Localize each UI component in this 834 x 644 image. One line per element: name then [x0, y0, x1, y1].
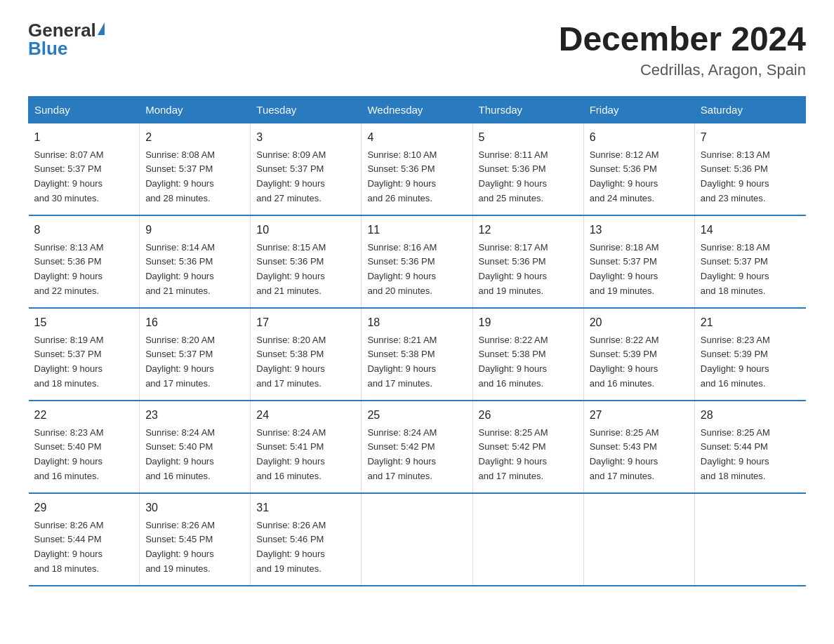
day-info: Sunrise: 8:15 AMSunset: 5:36 PMDaylight:…: [256, 241, 355, 299]
calendar-cell: [583, 493, 694, 586]
calendar-cell: 7Sunrise: 8:13 AMSunset: 5:36 PMDaylight…: [694, 123, 805, 215]
day-number: 13: [590, 222, 689, 239]
calendar-cell: 8Sunrise: 8:13 AMSunset: 5:36 PMDaylight…: [29, 215, 140, 308]
day-info: Sunrise: 8:18 AMSunset: 5:37 PMDaylight:…: [701, 241, 800, 299]
calendar-cell: 23Sunrise: 8:24 AMSunset: 5:40 PMDayligh…: [140, 401, 251, 493]
day-info: Sunrise: 8:23 AMSunset: 5:39 PMDaylight:…: [701, 333, 800, 391]
day-number: 15: [34, 314, 134, 332]
day-number: 26: [479, 407, 578, 424]
calendar-cell: 11Sunrise: 8:16 AMSunset: 5:36 PMDayligh…: [362, 215, 472, 308]
header-sunday: Sunday: [29, 96, 140, 123]
day-number: 10: [256, 222, 355, 239]
page-title: December 2024: [559, 21, 806, 58]
calendar-cell: 25Sunrise: 8:24 AMSunset: 5:42 PMDayligh…: [362, 401, 472, 493]
day-number: 3: [256, 129, 355, 147]
calendar-body: 1Sunrise: 8:07 AMSunset: 5:37 PMDaylight…: [29, 123, 806, 585]
day-info: Sunrise: 8:25 AMSunset: 5:42 PMDaylight:…: [479, 426, 578, 484]
calendar-cell: 26Sunrise: 8:25 AMSunset: 5:42 PMDayligh…: [472, 401, 583, 493]
day-info: Sunrise: 8:22 AMSunset: 5:39 PMDaylight:…: [590, 333, 689, 391]
day-info: Sunrise: 8:24 AMSunset: 5:41 PMDaylight:…: [256, 426, 355, 484]
day-info: Sunrise: 8:13 AMSunset: 5:36 PMDaylight:…: [701, 148, 800, 206]
page-subtitle: Cedrillas, Aragon, Spain: [559, 61, 806, 79]
calendar-cell: 5Sunrise: 8:11 AMSunset: 5:36 PMDaylight…: [472, 123, 583, 215]
day-info: Sunrise: 8:18 AMSunset: 5:37 PMDaylight:…: [590, 241, 689, 299]
day-number: 24: [256, 407, 355, 424]
calendar-header: SundayMondayTuesdayWednesdayThursdayFrid…: [29, 96, 806, 123]
day-number: 8: [34, 222, 134, 239]
calendar-cell: 13Sunrise: 8:18 AMSunset: 5:37 PMDayligh…: [583, 215, 694, 308]
day-info: Sunrise: 8:17 AMSunset: 5:36 PMDaylight:…: [479, 241, 578, 299]
day-number: 22: [34, 407, 134, 424]
day-number: 17: [256, 314, 355, 332]
week-row-4: 22Sunrise: 8:23 AMSunset: 5:40 PMDayligh…: [29, 401, 806, 493]
calendar-cell: [694, 493, 805, 586]
day-number: 30: [145, 499, 244, 517]
day-info: Sunrise: 8:26 AMSunset: 5:45 PMDaylight:…: [145, 518, 244, 577]
day-info: Sunrise: 8:25 AMSunset: 5:44 PMDaylight:…: [701, 426, 800, 484]
day-info: Sunrise: 8:25 AMSunset: 5:43 PMDaylight:…: [590, 426, 689, 484]
day-info: Sunrise: 8:08 AMSunset: 5:37 PMDaylight:…: [145, 148, 244, 206]
calendar-cell: [472, 493, 583, 586]
calendar-cell: 9Sunrise: 8:14 AMSunset: 5:36 PMDaylight…: [140, 215, 251, 308]
day-number: 27: [590, 407, 689, 424]
calendar-cell: 19Sunrise: 8:22 AMSunset: 5:38 PMDayligh…: [472, 308, 583, 401]
day-number: 11: [367, 222, 466, 239]
calendar-cell: 24Sunrise: 8:24 AMSunset: 5:41 PMDayligh…: [251, 401, 362, 493]
day-info: Sunrise: 8:12 AMSunset: 5:36 PMDaylight:…: [590, 148, 689, 206]
calendar-cell: 10Sunrise: 8:15 AMSunset: 5:36 PMDayligh…: [251, 215, 362, 308]
day-info: Sunrise: 8:13 AMSunset: 5:36 PMDaylight:…: [34, 241, 134, 299]
calendar-table: SundayMondayTuesdayWednesdayThursdayFrid…: [28, 96, 806, 586]
header-friday: Friday: [583, 96, 694, 123]
header-wednesday: Wednesday: [362, 96, 472, 123]
calendar-cell: 6Sunrise: 8:12 AMSunset: 5:36 PMDaylight…: [583, 123, 694, 215]
page-header: General Blue December 2024 Cedrillas, Ar…: [28, 21, 806, 79]
calendar-cell: 14Sunrise: 8:18 AMSunset: 5:37 PMDayligh…: [694, 215, 805, 308]
header-saturday: Saturday: [694, 96, 805, 123]
day-info: Sunrise: 8:19 AMSunset: 5:37 PMDaylight:…: [34, 333, 134, 391]
day-info: Sunrise: 8:22 AMSunset: 5:38 PMDaylight:…: [479, 333, 578, 391]
day-number: 20: [590, 314, 689, 332]
calendar-cell: 16Sunrise: 8:20 AMSunset: 5:37 PMDayligh…: [140, 308, 251, 401]
calendar-cell: 18Sunrise: 8:21 AMSunset: 5:38 PMDayligh…: [362, 308, 472, 401]
day-number: 12: [479, 222, 578, 239]
logo-blue: Blue: [28, 39, 67, 58]
day-number: 4: [367, 129, 466, 147]
days-of-week-row: SundayMondayTuesdayWednesdayThursdayFrid…: [29, 96, 806, 123]
day-number: 25: [367, 407, 466, 424]
day-info: Sunrise: 8:14 AMSunset: 5:36 PMDaylight:…: [145, 241, 244, 299]
calendar-cell: 20Sunrise: 8:22 AMSunset: 5:39 PMDayligh…: [583, 308, 694, 401]
logo-general: General: [28, 21, 96, 39]
calendar-cell: 17Sunrise: 8:20 AMSunset: 5:38 PMDayligh…: [251, 308, 362, 401]
day-info: Sunrise: 8:23 AMSunset: 5:40 PMDaylight:…: [34, 426, 134, 484]
day-number: 16: [145, 314, 244, 332]
day-info: Sunrise: 8:07 AMSunset: 5:37 PMDaylight:…: [34, 148, 134, 206]
title-area: December 2024 Cedrillas, Aragon, Spain: [559, 21, 806, 79]
day-number: 28: [701, 407, 800, 424]
calendar-cell: 3Sunrise: 8:09 AMSunset: 5:37 PMDaylight…: [251, 123, 362, 215]
day-info: Sunrise: 8:20 AMSunset: 5:37 PMDaylight:…: [145, 333, 244, 391]
logo: General Blue: [28, 21, 105, 58]
calendar-cell: 29Sunrise: 8:26 AMSunset: 5:44 PMDayligh…: [29, 493, 140, 586]
day-number: 21: [701, 314, 800, 332]
calendar-cell: 21Sunrise: 8:23 AMSunset: 5:39 PMDayligh…: [694, 308, 805, 401]
day-number: 9: [145, 222, 244, 239]
day-info: Sunrise: 8:24 AMSunset: 5:42 PMDaylight:…: [367, 426, 466, 484]
day-info: Sunrise: 8:26 AMSunset: 5:44 PMDaylight:…: [34, 518, 134, 577]
header-monday: Monday: [140, 96, 251, 123]
day-info: Sunrise: 8:26 AMSunset: 5:46 PMDaylight:…: [256, 518, 355, 577]
day-number: 29: [34, 499, 134, 517]
day-info: Sunrise: 8:24 AMSunset: 5:40 PMDaylight:…: [145, 426, 244, 484]
logo-triangle-icon: [98, 22, 105, 35]
calendar-cell: 12Sunrise: 8:17 AMSunset: 5:36 PMDayligh…: [472, 215, 583, 308]
day-info: Sunrise: 8:09 AMSunset: 5:37 PMDaylight:…: [256, 148, 355, 206]
day-number: 31: [256, 499, 355, 517]
calendar-cell: 1Sunrise: 8:07 AMSunset: 5:37 PMDaylight…: [29, 123, 140, 215]
calendar-cell: 28Sunrise: 8:25 AMSunset: 5:44 PMDayligh…: [694, 401, 805, 493]
day-info: Sunrise: 8:10 AMSunset: 5:36 PMDaylight:…: [367, 148, 466, 206]
calendar-cell: 4Sunrise: 8:10 AMSunset: 5:36 PMDaylight…: [362, 123, 472, 215]
calendar-cell: 27Sunrise: 8:25 AMSunset: 5:43 PMDayligh…: [583, 401, 694, 493]
calendar-cell: 15Sunrise: 8:19 AMSunset: 5:37 PMDayligh…: [29, 308, 140, 401]
day-number: 19: [479, 314, 578, 332]
calendar-cell: 30Sunrise: 8:26 AMSunset: 5:45 PMDayligh…: [140, 493, 251, 586]
day-number: 2: [145, 129, 244, 147]
